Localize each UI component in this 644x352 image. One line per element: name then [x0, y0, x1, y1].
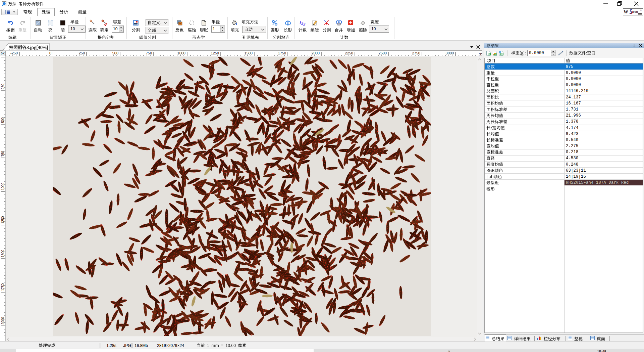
svg-text:3: 3	[303, 21, 306, 26]
svg-text:W: W	[624, 9, 628, 14]
svg-text:2: 2	[301, 21, 303, 26]
svg-text:®: ®	[640, 9, 642, 11]
svg-text:een: een	[633, 10, 638, 13]
